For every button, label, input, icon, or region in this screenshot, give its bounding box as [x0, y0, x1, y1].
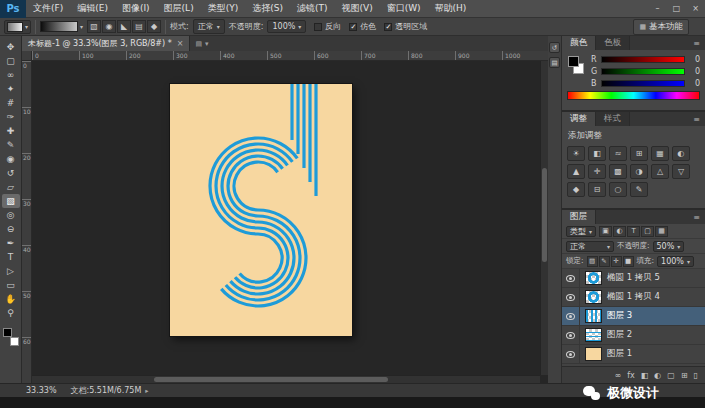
layer-fill-select[interactable]: 100% ▾ [657, 256, 694, 267]
gradient-tool[interactable]: ▧ [2, 194, 20, 208]
option-checkbox[interactable]: 反向 [314, 21, 341, 32]
layer-opacity-select[interactable]: 50% ▾ [653, 241, 685, 252]
fg-bg-color-chips[interactable] [567, 54, 587, 78]
panel-menu-icon[interactable]: ≡ [688, 210, 705, 224]
pen-tool[interactable]: ✒ [2, 236, 20, 250]
shape-tool[interactable]: ▭ [2, 278, 20, 292]
window-control-button[interactable]: – [648, 0, 667, 17]
adjustment-icon[interactable]: ≈ [609, 146, 627, 161]
collapsed-panel-icon[interactable]: ▤ [549, 57, 560, 68]
eraser-tool[interactable]: ▱ [2, 180, 20, 194]
adjustment-icon[interactable]: ✛ [588, 164, 606, 179]
menu-item[interactable]: 类型(Y) [201, 0, 246, 17]
menu-item[interactable]: 编辑(E) [70, 0, 115, 17]
adjustment-icon[interactable]: ▽ [672, 164, 690, 179]
layers-bottom-icon[interactable]: fx [627, 371, 635, 380]
menu-item[interactable]: 图像(I) [115, 0, 157, 17]
adjustment-icon[interactable]: ◑ [630, 164, 648, 179]
close-tab-icon[interactable]: × [177, 39, 184, 48]
color-slider[interactable] [601, 68, 685, 75]
layers-bottom-icon[interactable]: ◧ [641, 371, 649, 380]
visibility-toggle[interactable] [562, 326, 580, 344]
color-spectrum-bar[interactable] [567, 91, 700, 100]
zoom-level[interactable]: 33.33% [26, 386, 57, 395]
lock-icon[interactable]: ■ [623, 256, 634, 267]
layers-tab[interactable]: 图层 [562, 210, 596, 224]
adjustment-icon[interactable]: ◐ [672, 146, 690, 161]
document-tab[interactable]: 未标题-1 @ 33.3%(图层 3, RGB/8#) * × [22, 36, 190, 51]
scrollbar-thumb[interactable] [542, 168, 547, 262]
channel-value[interactable]: 0 [688, 55, 700, 64]
tool-preset-dropdown[interactable]: ▾ [4, 20, 31, 34]
visibility-toggle[interactable] [562, 269, 580, 287]
visibility-toggle[interactable] [562, 307, 580, 325]
collapsed-panel-icon[interactable]: ↺ [549, 42, 560, 53]
layer-filter-icon[interactable]: ◐ [613, 226, 626, 237]
lock-icon[interactable]: ✛ [611, 256, 622, 267]
option-checkbox[interactable]: ✓ 透明区域 [384, 21, 427, 32]
horizontal-scrollbar[interactable] [32, 375, 540, 383]
opacity-select[interactable]: 100% ▾ [267, 20, 306, 33]
layer-row[interactable]: 图层 2 [562, 326, 705, 345]
mode-select[interactable]: 正常 ▾ [193, 19, 225, 34]
checkbox-box[interactable]: ✓ [384, 23, 392, 31]
background-color-swatch[interactable] [10, 337, 19, 346]
layer-row[interactable]: 图层 1 [562, 345, 705, 364]
channel-value[interactable]: 0 [688, 79, 700, 88]
healing-brush-tool[interactable]: ✚ [2, 124, 20, 138]
lock-icon[interactable]: ▨ [587, 256, 598, 267]
canvas[interactable] [32, 61, 548, 383]
adjustment-icon[interactable]: ⊟ [588, 182, 606, 197]
blend-mode-select[interactable]: 正常 ▾ [566, 241, 614, 252]
panel-tab[interactable]: 调整 [562, 112, 596, 126]
adjustment-icon[interactable]: ◧ [588, 146, 606, 161]
adjustment-icon[interactable]: ⊞ [630, 146, 648, 161]
marquee-tool[interactable]: ▢ [2, 54, 20, 68]
adjustment-icon[interactable]: ▩ [609, 164, 627, 179]
vertical-scrollbar[interactable] [540, 61, 548, 375]
menu-item[interactable]: 图层(L) [157, 0, 201, 17]
path-select-tool[interactable]: ▷ [2, 264, 20, 278]
panel-tab[interactable]: 颜色 [562, 36, 596, 50]
hand-tool[interactable]: ✋ [2, 292, 20, 306]
layer-row[interactable]: 椭圆 1 拷贝 4 [562, 288, 705, 307]
layer-filter-icon[interactable]: ▦ [655, 226, 668, 237]
gradient-preview[interactable]: ▾ [40, 21, 83, 32]
crop-tool[interactable]: # [2, 96, 20, 110]
scrollbar-thumb[interactable] [154, 377, 388, 382]
foreground-color-swatch[interactable] [3, 328, 12, 337]
workspace-switcher[interactable]: ▦ 基本功能 [633, 19, 689, 35]
visibility-toggle[interactable] [562, 345, 580, 363]
tab-bar-icon[interactable]: ▤ [195, 40, 202, 48]
option-checkbox[interactable]: ✓ 仿色 [349, 21, 376, 32]
layer-filter-icon[interactable]: T [627, 226, 640, 237]
gradient-type-button[interactable]: ▤ [132, 20, 146, 33]
tab-bar-icon[interactable]: ▾ [205, 40, 209, 48]
layers-bottom-icon[interactable]: ◐ [654, 371, 661, 380]
layer-filter-icon[interactable]: ▢ [641, 226, 654, 237]
eyedropper-tool[interactable]: ✑ [2, 110, 20, 124]
panel-tab[interactable]: 样式 [596, 112, 630, 126]
visibility-toggle[interactable] [562, 288, 580, 306]
gradient-type-button[interactable]: ◆ [147, 20, 161, 33]
gradient-type-button[interactable]: ◣ [117, 20, 131, 33]
quick-select-tool[interactable]: ✦ [2, 82, 20, 96]
panel-menu-icon[interactable]: ≡ [688, 112, 705, 126]
status-arrow-icon[interactable]: ▸ [145, 387, 148, 395]
zoom-tool[interactable]: ⚲ [2, 306, 20, 320]
lock-icon[interactable]: ✎ [599, 256, 610, 267]
lasso-tool[interactable]: ∞ [2, 68, 20, 82]
window-control-button[interactable]: × [686, 0, 705, 17]
adjustment-icon[interactable]: ✎ [630, 182, 648, 197]
channel-value[interactable]: 0 [688, 67, 700, 76]
layer-row[interactable]: 椭圆 1 拷贝 5 [562, 269, 705, 288]
menu-item[interactable]: 文件(F) [26, 0, 70, 17]
layers-bottom-icon[interactable]: ▢ [667, 371, 675, 380]
adjustment-icon[interactable]: ☀ [567, 146, 585, 161]
checkbox-box[interactable]: ✓ [349, 23, 357, 31]
menu-item[interactable]: 滤镜(T) [290, 0, 335, 17]
color-slider[interactable] [601, 80, 685, 87]
adjustment-icon[interactable]: ○ [609, 182, 627, 197]
adjustment-icon[interactable]: ▦ [651, 146, 669, 161]
ruler-corner[interactable] [22, 51, 32, 61]
